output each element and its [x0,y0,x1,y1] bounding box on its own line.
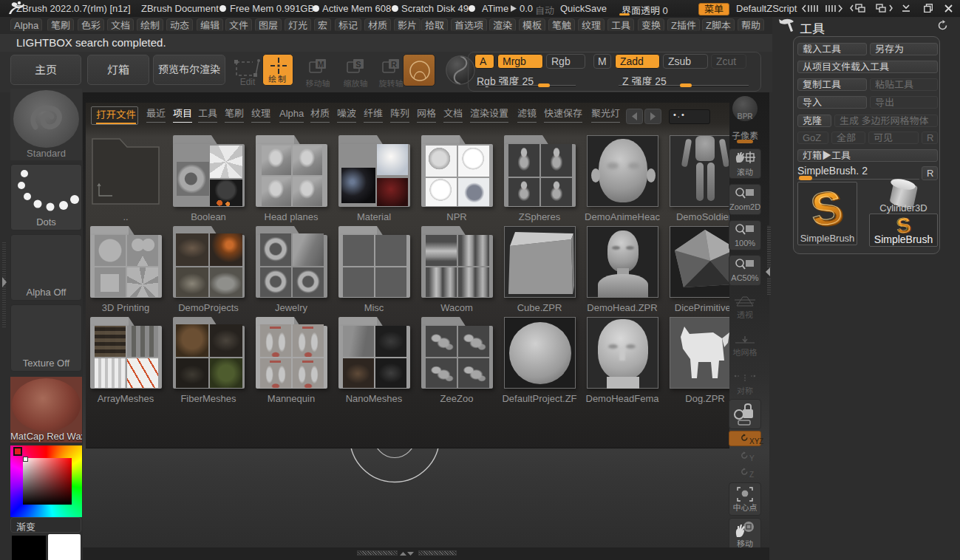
svg-text:R: R [391,60,397,69]
svg-text:S: S [355,60,361,69]
svg-text:S: S [808,184,844,233]
svg-text:M: M [317,60,324,69]
